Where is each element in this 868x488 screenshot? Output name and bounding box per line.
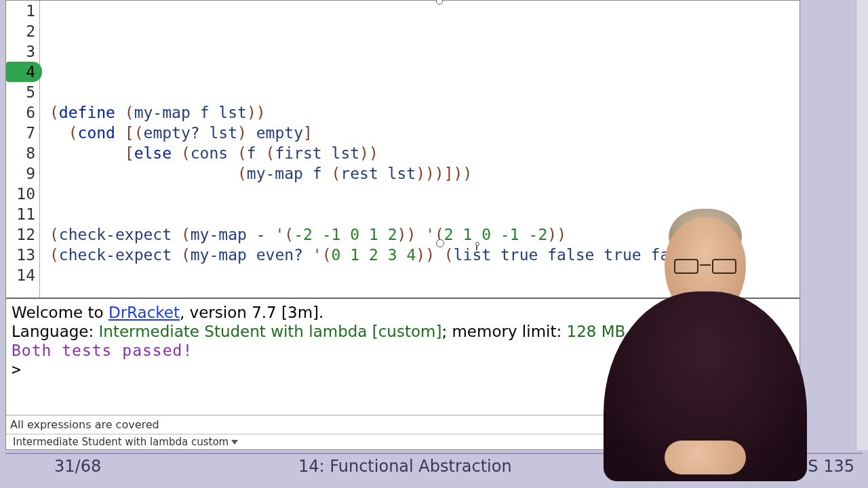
coverage-status-bar: All expressions are covered (6, 415, 800, 434)
code-line[interactable]: (check-expect (my-map even? '(0 1 2 3 4)… (50, 245, 800, 265)
line-number[interactable]: 4 (6, 62, 42, 82)
line-number-gutter[interactable]: 1234567891011121314 (6, 1, 40, 298)
repl-text: , version 7.7 [3m]. (180, 304, 323, 321)
language-selector[interactable]: Intermediate Student with lambda custom (6, 434, 800, 449)
cursor-marker-icon (474, 242, 479, 250)
code-line[interactable]: (define (my-map f lst)) (50, 102, 800, 123)
slide-title: 14: Functional Abstraction (298, 457, 797, 476)
scrollbar-track[interactable] (856, 0, 868, 450)
line-number[interactable]: 8 (6, 143, 39, 163)
slide-counter: 31/68 (54, 457, 244, 476)
code-line[interactable] (50, 1, 800, 21)
line-number[interactable]: 9 (6, 163, 39, 184)
ide-window: 1234567891011121314 (define (my-map f ls… (5, 0, 800, 450)
code-line[interactable] (50, 21, 800, 41)
repl-text: ; memory limit: (441, 323, 566, 340)
code-line[interactable]: [else (cons (f (first lst)) (50, 143, 800, 163)
repl-prompt[interactable]: > (12, 360, 794, 379)
line-number[interactable]: 12 (6, 224, 39, 245)
code-line[interactable]: (my-map f (rest lst)))])) (50, 163, 800, 184)
line-number[interactable]: 6 (6, 102, 39, 123)
line-number[interactable]: 1 (6, 1, 39, 21)
repl-text: . (625, 323, 630, 340)
drracket-link[interactable]: DrRacket (108, 304, 180, 321)
code-line[interactable] (50, 41, 800, 62)
repl-test-result: Both tests passed! (12, 341, 794, 360)
code-line[interactable] (50, 184, 800, 204)
slide-footer: 31/68 14: Functional Abstraction CS 135 (5, 453, 863, 479)
code-line[interactable] (50, 204, 800, 224)
line-number[interactable]: 11 (6, 204, 39, 224)
line-number[interactable]: 2 (6, 21, 39, 41)
code-line[interactable] (50, 62, 800, 82)
repl-text: Welcome to (12, 304, 108, 321)
repl-text: Language: (12, 323, 99, 340)
code-editor[interactable]: (define (my-map f lst)) (cond [(empty? l… (40, 1, 800, 298)
editor-pane[interactable]: 1234567891011121314 (define (my-map f ls… (6, 1, 800, 299)
slide-course: CS 135 (797, 457, 854, 476)
repl-pane[interactable]: Welcome to DrRacket, version 7.7 [3m]. L… (6, 299, 800, 415)
code-line[interactable]: (check-expect (my-map - '(-2 -1 0 1 2)) … (50, 224, 800, 245)
repl-language-line: Language: Intermediate Student with lamb… (12, 322, 794, 341)
repl-welcome-line: Welcome to DrRacket, version 7.7 [3m]. (12, 303, 794, 322)
line-number[interactable]: 3 (6, 41, 39, 62)
line-number[interactable]: 5 (6, 82, 39, 102)
line-number[interactable]: 14 (6, 265, 39, 285)
code-line[interactable] (50, 265, 800, 285)
code-line[interactable] (50, 82, 800, 102)
language-selector-label: Intermediate Student with lambda custom (13, 436, 229, 448)
line-number[interactable]: 13 (6, 245, 39, 265)
repl-memory-limit: 128 MB (567, 323, 626, 340)
line-number[interactable]: 10 (6, 184, 39, 204)
cursor-marker-icon (436, 239, 444, 247)
code-line[interactable]: (cond [(empty? lst) empty] (50, 123, 800, 143)
line-number[interactable]: 7 (6, 123, 39, 143)
chevron-down-icon (231, 440, 238, 445)
repl-language: Intermediate Student with lambda [custom… (99, 323, 442, 340)
